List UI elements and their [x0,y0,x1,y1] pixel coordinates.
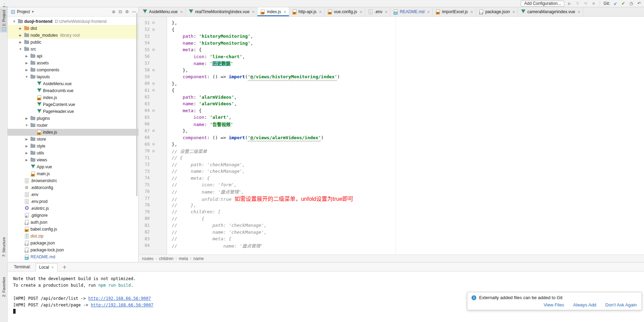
tree-item-app.vue[interactable]: App.vue [8,163,138,170]
tree-item-main.js[interactable]: JSmain.js [8,170,138,177]
chevron-collapsed-icon[interactable]: ▶ [24,54,30,58]
chevron-expanded-icon[interactable]: ▼ [17,47,24,51]
chevron-collapsed-icon[interactable]: ▶ [17,34,24,37]
tree-item-duoji-frontend[interactable]: ▼duoji-frontendD:\zheheWeb\duoji-fronten… [8,18,138,25]
tree-item-.eslintrc.js[interactable]: .eslintrc.js [8,205,138,212]
editor-tab[interactable]: AsideMenu.vue✕ [140,7,186,16]
collapse-all-icon[interactable]: ⊟ [118,9,122,14]
tree-item-dist.zip[interactable]: dist.zip [8,233,138,240]
git-history-icon[interactable]: ◷ [628,1,634,6]
notification-action-always-add[interactable]: Always Add [573,302,596,307]
editor-breadcrumb-item[interactable]: routes [142,256,153,261]
close-icon[interactable]: ✕ [283,10,286,14]
tree-scrollbar[interactable] [136,13,138,196]
hide-panel-icon[interactable]: — [132,9,136,14]
close-icon[interactable]: ✕ [427,10,430,14]
tree-item-index.js[interactable]: JSindex.js [8,129,138,136]
locate-file-icon[interactable]: ⊕ [112,9,115,14]
chevron-collapsed-icon[interactable]: ▶ [24,158,30,162]
close-icon[interactable]: ✕ [319,10,322,14]
close-icon[interactable]: ✕ [252,10,255,14]
chevron-expanded-icon[interactable]: ▼ [11,20,17,23]
chevron-down-icon[interactable]: ▼ [31,10,34,14]
tree-item-components[interactable]: ▶components [8,66,138,73]
close-icon[interactable]: ✕ [470,10,473,14]
fold-marker-icon[interactable]: ⊖ [150,129,157,133]
terminal-url-link[interactable]: http://192.168.66.56:9007 [88,296,151,301]
tree-item-public[interactable]: ▶public [8,39,138,46]
tree-item-breadcrumb.vue[interactable]: Breadcrumb.vue [8,87,138,94]
tree-item-.env[interactable]: .env [8,191,138,198]
project-panel-title[interactable]: Project [17,9,30,14]
chevron-collapsed-icon[interactable]: ▶ [24,68,30,72]
tree-item-nodemodules[interactable]: ▶node_moduleslibrary root [8,32,138,39]
stripe-structure-button[interactable]: 7: Structure [0,236,8,258]
tree-item-babel.config.js[interactable]: JSbabel.config.js [8,226,138,233]
editor-tab[interactable]: .env✕ [365,7,390,16]
git-rollback-icon[interactable]: ↶ [636,1,642,6]
git-update-icon[interactable]: ↙ [612,1,618,6]
git-commit-icon[interactable]: ✔ [620,1,626,6]
editor-tab[interactable]: cameraManage\index.vue✕ [518,7,583,16]
debug-icon[interactable]: ⚲ [575,1,580,6]
chevron-collapsed-icon[interactable]: ▶ [24,151,30,155]
close-icon[interactable]: ✕ [51,266,54,269]
tree-item-style[interactable]: ▶style [8,143,138,150]
chevron-collapsed-icon[interactable]: ▶ [24,144,30,148]
chevron-expanded-icon[interactable]: ▼ [24,75,30,79]
fold-marker-icon[interactable]: ⊖ [150,142,157,146]
stop-icon[interactable]: ■ [591,1,596,6]
code-editor[interactable]: 51⊖ },52⊖ {53 path: 'historyMonitoring',… [139,17,644,254]
editor-tab[interactable]: realTimeMonitoring\index.vue✕ [186,7,257,16]
tree-item-assets[interactable]: ▶assets [8,60,138,66]
editor-breadcrumb-item[interactable]: children [159,256,174,261]
chevron-collapsed-icon[interactable]: ▶ [24,117,30,120]
editor-breadcrumb-item[interactable]: name [193,256,204,261]
terminal-url-link[interactable]: http://192.168.66.56:9007 [91,303,153,307]
fold-marker-icon[interactable]: ⊖ [150,109,157,113]
terminal-tab-local[interactable]: Local ✕ [36,263,58,271]
editor-tab[interactable]: JSindex.js✕ [257,7,289,16]
tree-item-layouts[interactable]: ▼layouts [8,73,138,80]
tree-item-store[interactable]: ▶store [8,136,138,143]
add-configuration-button[interactable]: Add Configuration... [521,1,564,7]
chevron-collapsed-icon[interactable]: ▶ [17,27,24,30]
fold-marker-icon[interactable]: ⊖ [150,48,157,52]
tree-item-package.json[interactable]: {..}package.json [8,240,138,247]
close-icon[interactable]: ✕ [360,10,362,14]
close-icon[interactable]: ✕ [512,10,515,14]
stripe-project-button[interactable]: 1: Project [0,9,8,33]
editor-tab[interactable]: JSimportExcel.js✕ [433,7,476,16]
tree-item-index.js[interactable]: JSindex.js [8,94,138,101]
tree-item-readme.md[interactable]: MDREADME.md [8,253,138,260]
tree-item-api[interactable]: ▶api [8,53,138,60]
chevron-expanded-icon[interactable]: ▼ [24,124,30,127]
tree-item-src[interactable]: ▼src [8,46,138,53]
tree-item-package-lock.json[interactable]: {..}package-lock.json [8,247,138,253]
profile-icon[interactable]: ⟲ [583,1,588,6]
tree-item-auth.json[interactable]: {..}auth.json [8,219,138,226]
tree-item-pagecontent.vue[interactable]: PageContent.vue [8,101,138,108]
tree-item-.editorconfig[interactable]: ⚙.editorconfig [8,184,138,191]
breadcrumb-item[interactable]: src [3,0,37,1]
new-terminal-icon[interactable]: ＋ [62,263,67,270]
close-icon[interactable]: ✕ [385,10,388,14]
tree-item-plugins[interactable]: ▶plugins [8,115,138,122]
settings-icon[interactable]: ⚙ [125,9,129,14]
tree-item-pageheader.vue[interactable]: PageHeader.vue [8,108,138,115]
chevron-collapsed-icon[interactable]: ▶ [17,41,24,44]
tree-item-utils[interactable]: ▶utils [8,150,138,156]
tree-item-asidemenu.vue[interactable]: AsideMenu.vue [8,80,138,87]
stripe-favorites-button[interactable]: 2: Favorites [0,276,8,298]
tree-item-views[interactable]: ▶views [8,156,138,163]
tree-item-dist[interactable]: ▶dist [8,25,138,32]
fold-marker-icon[interactable]: ⊖ [150,68,157,72]
editor-tab[interactable]: {..}package.json✕ [476,7,518,16]
fold-marker-icon[interactable]: ⊖ [150,82,157,86]
fold-marker-icon[interactable]: ⊖ [150,21,157,25]
notification-action-view-files[interactable]: View Files [544,302,564,307]
chevron-collapsed-icon[interactable]: ▶ [24,137,30,141]
editor-breadcrumb-item[interactable]: meta [179,256,188,261]
fold-marker-icon[interactable]: ⊖ [150,88,157,92]
editor-tab[interactable]: JSvue.config.js✕ [325,7,365,16]
